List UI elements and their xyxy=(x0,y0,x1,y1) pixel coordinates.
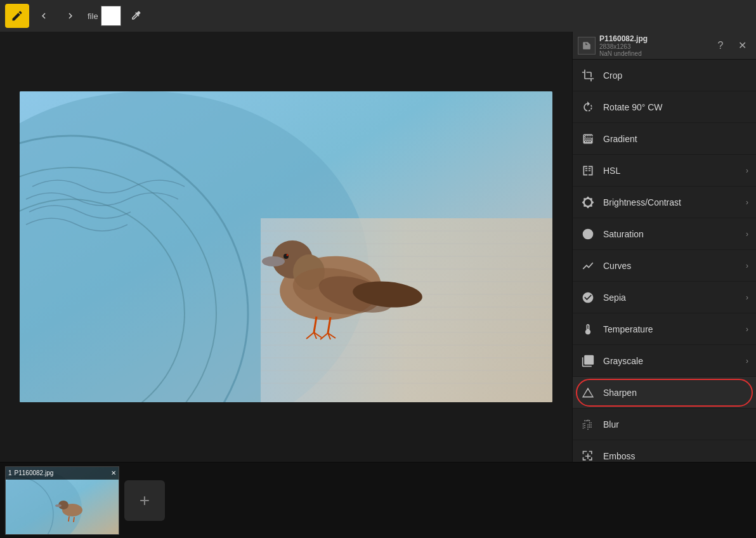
svg-line-44 xyxy=(68,516,69,522)
right-panel: P1160082.jpg 2838x1263 NaN undefined ? ✕… xyxy=(572,32,756,462)
menu-item-saturation[interactable]: Saturation› xyxy=(573,218,756,250)
color-swatch[interactable] xyxy=(101,6,121,26)
menu-item-label-brightness: Brightness/Contrast xyxy=(603,197,738,207)
close-panel-button[interactable]: ✕ xyxy=(733,37,751,55)
menu-item-arrow-grayscale: › xyxy=(746,357,748,365)
eyedropper-icon xyxy=(129,10,142,22)
filmstrip: 1 P1160082.jpg ✕ + xyxy=(0,462,756,538)
panel-dimensions: 2838x1263 xyxy=(599,43,708,50)
curves-icon xyxy=(580,258,596,273)
menu-item-label-curves: Curves xyxy=(603,261,738,271)
menu-item-sharpen[interactable]: Sharpen xyxy=(573,377,756,409)
panel-file-info: P1160082.jpg 2838x1263 NaN undefined xyxy=(599,34,708,57)
back-button[interactable] xyxy=(32,4,56,28)
menu-item-blur[interactable]: Blur xyxy=(573,409,756,440)
filmstrip-item[interactable]: 1 P1160082.jpg ✕ xyxy=(5,466,119,535)
menu-item-emboss[interactable]: Emboss xyxy=(573,440,756,462)
panel-status: NaN undefined xyxy=(599,50,708,57)
top-toolbar: file xyxy=(0,0,756,32)
menu-item-brightness[interactable]: Brightness/Contrast› xyxy=(573,187,756,218)
filmstrip-item-number: 1 xyxy=(8,469,12,476)
sharpen-icon xyxy=(580,385,596,400)
menu-item-grayscale[interactable]: Grayscale› xyxy=(573,345,756,377)
filename-label: file xyxy=(88,11,98,21)
pen-tool-button[interactable] xyxy=(5,4,29,28)
panel-filename: P1160082.jpg xyxy=(599,34,708,43)
crop-icon xyxy=(580,68,596,83)
file-thumbnail-icon xyxy=(578,37,596,55)
menu-item-label-blur: Blur xyxy=(603,419,748,430)
menu-item-label-emboss: Emboss xyxy=(603,451,748,461)
menu-item-arrow-saturation: › xyxy=(746,230,748,239)
menu-item-label-temperature: Temperature xyxy=(603,324,738,334)
hsl-icon xyxy=(580,163,596,178)
help-button[interactable]: ? xyxy=(712,37,729,55)
menu-item-label-gradient: Gradient xyxy=(603,134,748,144)
eyedropper-button[interactable] xyxy=(124,4,148,28)
filmstrip-item-name: P1160082.jpg xyxy=(15,469,108,476)
menu-item-temperature[interactable]: Temperature› xyxy=(573,313,756,345)
temperature-icon xyxy=(580,322,596,337)
menu-item-label-grayscale: Grayscale xyxy=(603,356,738,366)
pen-icon xyxy=(11,10,23,22)
rotate-icon xyxy=(580,100,596,115)
svg-point-43 xyxy=(55,504,62,507)
menu-item-arrow-curves: › xyxy=(746,261,748,270)
image-canvas xyxy=(20,91,552,402)
menu-item-arrow-brightness: › xyxy=(746,198,748,207)
menu-list: CropRotate 90° CWGradientHSL›Brightness/… xyxy=(573,60,756,462)
grayscale-icon xyxy=(580,353,596,369)
menu-item-hsl[interactable]: HSL› xyxy=(573,155,756,187)
menu-item-arrow-sepia: › xyxy=(746,293,748,302)
menu-item-label-hsl: HSL xyxy=(603,166,738,176)
filmstrip-item-close-button[interactable]: ✕ xyxy=(111,469,116,476)
menu-item-gradient[interactable]: Gradient xyxy=(573,123,756,155)
gradient-icon xyxy=(580,131,596,147)
brightness-icon xyxy=(580,195,596,210)
sepia-icon xyxy=(580,290,596,305)
svg-point-23 xyxy=(287,254,289,256)
menu-item-arrow-hsl: › xyxy=(746,166,748,175)
chevron-right-icon xyxy=(65,10,76,22)
menu-item-label-crop: Crop xyxy=(603,70,748,81)
menu-item-label-rotate: Rotate 90° CW xyxy=(603,102,748,112)
menu-item-sepia[interactable]: Sepia› xyxy=(573,282,756,313)
forward-button[interactable] xyxy=(58,4,82,28)
panel-header: P1160082.jpg 2838x1263 NaN undefined ? ✕ xyxy=(573,32,756,60)
svg-line-45 xyxy=(74,517,74,522)
menu-item-curves[interactable]: Curves› xyxy=(573,250,756,282)
plus-icon: + xyxy=(140,490,150,511)
menu-item-label-saturation: Saturation xyxy=(603,229,738,239)
image-svg xyxy=(20,91,552,402)
saturation-icon xyxy=(580,226,596,242)
filmstrip-item-header: 1 P1160082.jpg ✕ xyxy=(6,467,119,480)
chevron-left-icon xyxy=(38,10,49,22)
menu-item-rotate[interactable]: Rotate 90° CW xyxy=(573,91,756,123)
blur-icon xyxy=(580,417,596,432)
emboss-icon xyxy=(580,449,596,463)
menu-item-label-sepia: Sepia xyxy=(603,292,738,303)
svg-point-21 xyxy=(262,256,285,266)
menu-item-label-sharpen: Sharpen xyxy=(603,388,748,398)
main-area: P1160082.jpg 2838x1263 NaN undefined ? ✕… xyxy=(0,32,756,462)
canvas-area xyxy=(0,32,572,462)
add-image-button[interactable]: + xyxy=(124,480,165,521)
menu-item-arrow-temperature: › xyxy=(746,325,748,334)
svg-point-37 xyxy=(583,228,594,239)
menu-item-crop[interactable]: Crop xyxy=(573,60,756,91)
